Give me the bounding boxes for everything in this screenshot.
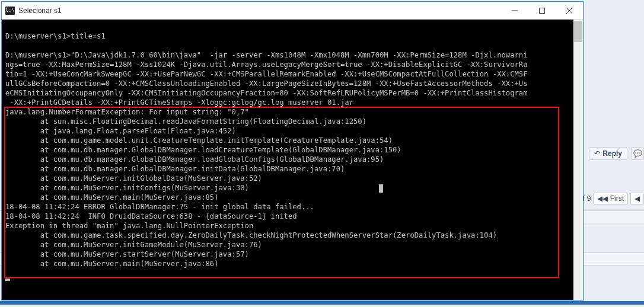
- scrollbar-thumb[interactable]: [574, 21, 582, 42]
- reply-label: Reply: [602, 149, 622, 158]
- maximize-button[interactable]: [528, 2, 556, 19]
- text-caret: [379, 184, 383, 193]
- console-window: C:\ Selecionar s1 D:\muserver\s1>title=s…: [1, 1, 584, 300]
- reply-button[interactable]: ↶ Reply: [589, 147, 627, 160]
- svg-rect-1: [540, 8, 545, 13]
- minimize-icon: [512, 8, 518, 14]
- quote-button[interactable]: 💬: [631, 147, 644, 160]
- quote-icon: 💬: [633, 149, 642, 158]
- cursor: [5, 279, 10, 281]
- reply-arrow-icon: ↶: [594, 149, 600, 158]
- window-title: Selecionar s1: [18, 7, 62, 15]
- cmd-icon: C:\: [5, 7, 15, 15]
- arrow-left-icon: ◀: [635, 194, 640, 203]
- pager-of-label: f 9: [583, 194, 591, 203]
- pager-first-button[interactable]: ◀◀ First: [593, 193, 628, 204]
- minimize-button[interactable]: [501, 2, 528, 19]
- console-output[interactable]: D:\muserver\s1>title=s1 D:\muserver\s1>"…: [2, 20, 573, 300]
- close-button[interactable]: [556, 2, 583, 19]
- double-arrow-left-icon: ◀◀: [597, 194, 608, 203]
- pager-prev-button[interactable]: ◀: [630, 193, 644, 204]
- maximize-icon: [539, 8, 545, 14]
- close-icon: [566, 8, 572, 14]
- pager-first-label: First: [610, 194, 624, 203]
- vertical-scrollbar[interactable]: [573, 20, 583, 300]
- bottom-accent-bar: [0, 301, 644, 305]
- titlebar[interactable]: C:\ Selecionar s1: [2, 2, 583, 20]
